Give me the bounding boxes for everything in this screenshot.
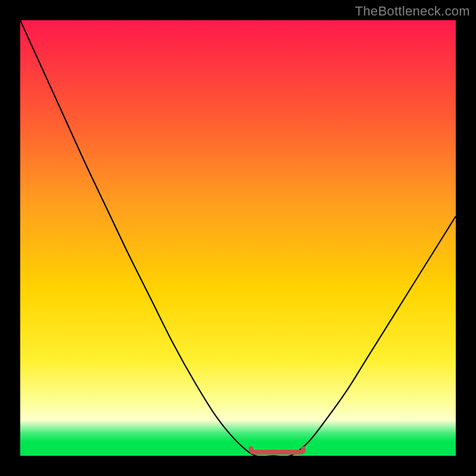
optimal-range-marker (251, 449, 303, 452)
watermark-text: TheBottleneck.com (355, 4, 470, 19)
bottleneck-curve (20, 20, 456, 456)
chart-frame: TheBottleneck.com (0, 0, 476, 476)
curve-layer (20, 20, 456, 456)
plot-area (20, 20, 456, 456)
